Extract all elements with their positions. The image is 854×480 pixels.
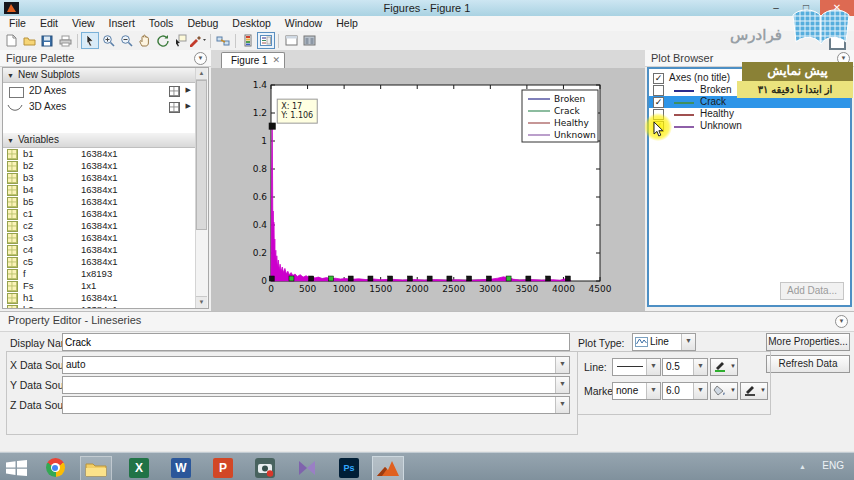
checkbox[interactable]: [653, 109, 664, 120]
variable-row[interactable]: h116384x1: [3, 292, 196, 304]
panel-menu-icon[interactable]: ▼: [835, 315, 848, 328]
insert-colorbar-icon[interactable]: [239, 32, 257, 49]
line-width-combo[interactable]: 0.5 ▼: [662, 358, 708, 376]
pointer-icon[interactable]: [81, 32, 99, 49]
dropdown-arrow-icon[interactable]: ▼: [693, 359, 707, 375]
zoom-in-icon[interactable]: [99, 32, 117, 49]
dropdown-arrow-icon[interactable]: ▼: [555, 357, 569, 373]
rotate-3d-icon[interactable]: [153, 32, 171, 49]
line-style-combo[interactable]: ▼: [612, 358, 661, 376]
insert-legend-icon[interactable]: [257, 32, 275, 49]
dropdown-arrow-icon[interactable]: ▼: [681, 334, 695, 350]
tab-figure-1[interactable]: Figure 1 ✕: [221, 52, 285, 68]
show-plot-tools-icon[interactable]: [300, 32, 318, 49]
tab-close-icon[interactable]: ✕: [272, 53, 280, 68]
hide-plot-tools-icon[interactable]: [282, 32, 300, 49]
display-name-field[interactable]: [62, 333, 570, 351]
menu-debug[interactable]: Debug: [180, 16, 225, 31]
screen-capture-icon[interactable]: [250, 456, 280, 479]
marker-style-combo[interactable]: none ▼: [612, 382, 661, 400]
variable-row[interactable]: c516384x1: [3, 256, 196, 268]
link-plot-icon[interactable]: [214, 32, 232, 49]
variables-section[interactable]: ▼Variables: [3, 133, 196, 148]
powerpoint-icon[interactable]: P: [208, 456, 238, 479]
brush-icon[interactable]: [189, 32, 207, 49]
variable-row[interactable]: c116384x1: [3, 208, 196, 220]
menu-file[interactable]: File: [2, 16, 33, 31]
language-indicator[interactable]: ENG: [822, 460, 844, 471]
menu-insert[interactable]: Insert: [102, 16, 142, 31]
dropdown-arrow-icon[interactable]: ▼: [730, 387, 736, 393]
refresh-data-button[interactable]: Refresh Data: [766, 355, 850, 373]
new-document-icon[interactable]: [2, 32, 20, 49]
add-data-button[interactable]: Add Data...: [780, 282, 844, 300]
variable-row[interactable]: b216384x1: [3, 160, 196, 172]
new-subplots-section[interactable]: ▼New Subplots: [3, 68, 196, 83]
plot-browser-item-unknown[interactable]: ✓Unknown: [649, 120, 850, 132]
word-icon[interactable]: W: [166, 456, 196, 479]
palette-item-3d-axes[interactable]: 3D Axes ▶: [3, 99, 196, 115]
variable-row[interactable]: b416384x1: [3, 184, 196, 196]
pan-hand-icon[interactable]: [135, 32, 153, 49]
dropdown-arrow-icon[interactable]: ▼: [555, 397, 569, 413]
plot-browser-item-healthy[interactable]: Healthy: [649, 108, 850, 120]
marker-edge-color-button[interactable]: ▼: [740, 382, 768, 400]
x-data-source-combo[interactable]: auto ▼: [62, 356, 570, 374]
variable-row[interactable]: b116384x1: [3, 148, 196, 160]
variable-row[interactable]: c216384x1: [3, 220, 196, 232]
data-cursor-icon[interactable]: [171, 32, 189, 49]
plot-type-combo[interactable]: Line ▼: [632, 333, 696, 351]
dropdown-arrow-icon[interactable]: ▼: [646, 359, 660, 375]
z-data-source-combo[interactable]: ▼: [62, 396, 570, 414]
panel-menu-icon[interactable]: ▼: [194, 52, 207, 65]
subplot-grid-icon[interactable]: [169, 102, 180, 113]
figure-canvas[interactable]: 05001000150020002500300035004000450000.2…: [211, 68, 645, 311]
marker-size-combo[interactable]: 6.0 ▼: [662, 382, 708, 400]
photoshop-icon[interactable]: Ps: [334, 456, 364, 479]
dropdown-arrow-icon[interactable]: ▼: [730, 363, 736, 369]
menu-view[interactable]: View: [65, 16, 102, 31]
save-icon[interactable]: [38, 32, 56, 49]
menu-window[interactable]: Window: [278, 16, 329, 31]
variable-row[interactable]: b516384x1: [3, 196, 196, 208]
display-name-input[interactable]: [65, 334, 546, 350]
y-data-source-combo[interactable]: ▼: [62, 376, 570, 394]
variable-row[interactable]: c316384x1: [3, 232, 196, 244]
palette-item-2d-axes[interactable]: 2D Axes ▶: [3, 83, 196, 99]
menu-help[interactable]: Help: [329, 16, 365, 31]
start-button[interactable]: [2, 456, 32, 479]
matlab-icon[interactable]: [372, 456, 404, 480]
scroll-up-icon[interactable]: ▲: [196, 68, 207, 80]
chevron-right-icon[interactable]: ▶: [186, 102, 191, 110]
excel-icon[interactable]: X: [124, 456, 154, 479]
variable-row[interactable]: h216384x1: [3, 304, 196, 309]
marker-fill-color-button[interactable]: ▼: [710, 382, 738, 400]
scroll-down-icon[interactable]: ▼: [196, 296, 207, 308]
print-icon[interactable]: [56, 32, 74, 49]
more-properties-button[interactable]: More Properties...: [766, 333, 850, 351]
line-color-button[interactable]: ▼: [710, 358, 738, 376]
menu-tools[interactable]: Tools: [142, 16, 181, 31]
variable-row[interactable]: c416384x1: [3, 244, 196, 256]
scrollbar-thumb[interactable]: [196, 80, 207, 230]
dropdown-arrow-icon[interactable]: ▼: [693, 383, 707, 399]
checkbox[interactable]: ✓: [653, 73, 664, 84]
dropdown-arrow-icon[interactable]: ▼: [760, 387, 766, 393]
zoom-out-icon[interactable]: [117, 32, 135, 49]
subplot-grid-icon[interactable]: [169, 86, 180, 97]
dropdown-arrow-icon[interactable]: ▼: [646, 383, 660, 399]
chevron-right-icon[interactable]: ▶: [186, 86, 191, 94]
palette-scrollbar[interactable]: ▲ ▼: [195, 68, 208, 308]
menu-desktop[interactable]: Desktop: [225, 16, 278, 31]
open-folder-icon[interactable]: [20, 32, 38, 49]
file-explorer-icon[interactable]: [80, 456, 112, 480]
checkbox[interactable]: [653, 85, 664, 96]
dropdown-arrow-icon[interactable]: ▼: [555, 377, 569, 393]
checkbox[interactable]: ✓: [653, 97, 664, 108]
video-editor-icon[interactable]: [292, 456, 322, 479]
menu-edit[interactable]: Edit: [33, 16, 65, 31]
variable-row[interactable]: Fs1x1: [3, 280, 196, 292]
variable-row[interactable]: b316384x1: [3, 172, 196, 184]
tray-expand-icon[interactable]: ▲: [799, 463, 806, 470]
variable-row[interactable]: f1x8193: [3, 268, 196, 280]
